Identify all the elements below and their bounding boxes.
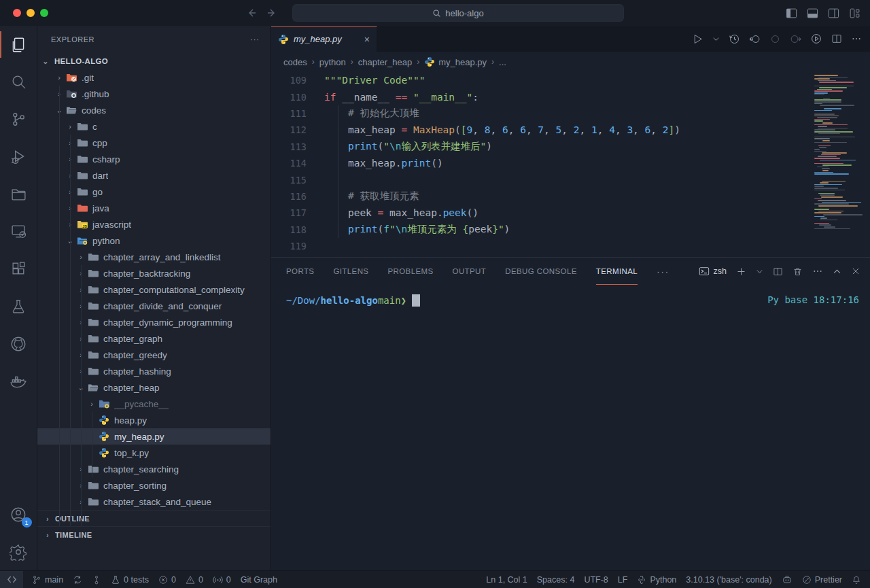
- tree-item--github[interactable]: ›.github: [37, 86, 271, 102]
- activity-source-control[interactable]: [0, 101, 37, 138]
- breadcrumb-item-chapter-heap[interactable]: chapter_heap: [358, 57, 413, 67]
- tree-item-chapter-searching[interactable]: ›chapter_searching: [37, 461, 271, 477]
- panel-tab-problems[interactable]: PROBLEMS: [387, 258, 433, 285]
- shell-selector[interactable]: zsh: [699, 266, 727, 277]
- close-icon[interactable]: ×: [364, 34, 370, 45]
- status-0[interactable]: 0: [181, 571, 208, 588]
- terminal[interactable]: ~/Dow/hello-algo main ❯ Py base 18:17:16: [271, 285, 870, 570]
- tree-item--pycache-[interactable]: ›__pycache__: [37, 396, 271, 412]
- tree-item-chapter-backtracking[interactable]: ›chapter_backtracking: [37, 265, 271, 281]
- command-center-search[interactable]: hello-algo: [292, 4, 624, 22]
- breadcrumb-item-my-heap-py[interactable]: my_heap.py: [424, 56, 487, 67]
- section-outline[interactable]: ›OUTLINE: [37, 510, 271, 526]
- tree-item-chapter-computational-complexity[interactable]: ›chapter_computational_complexity: [37, 281, 271, 298]
- activity-testing[interactable]: [0, 288, 37, 325]
- activity-extensions[interactable]: [0, 250, 37, 288]
- panel-tab-ports[interactable]: PORTS: [286, 258, 314, 285]
- ellipsis-icon[interactable]: [851, 33, 862, 44]
- chevron-up-icon[interactable]: [833, 267, 841, 276]
- trash-icon[interactable]: [793, 266, 803, 277]
- breadcrumb-item-codes[interactable]: codes: [283, 57, 307, 67]
- status-0[interactable]: 0: [208, 571, 236, 588]
- activity-explorer[interactable]: [0, 26, 37, 63]
- nav-back-icon[interactable]: [749, 33, 761, 45]
- tree-item-csharp[interactable]: ›csharp: [37, 151, 271, 167]
- tree-item-chapter-stack-and-queue[interactable]: ›chapter_stack_and_queue: [37, 494, 271, 510]
- status-gitlens-icon[interactable]: [87, 571, 106, 588]
- plus-icon[interactable]: [736, 266, 746, 277]
- ellipsis-icon[interactable]: [812, 266, 823, 277]
- split-editor-icon[interactable]: [831, 33, 842, 44]
- tree-item-c[interactable]: ›c: [37, 118, 271, 135]
- status-python[interactable]: Python: [632, 571, 681, 588]
- code-editor[interactable]: 109"""Driver Code"""110if __name__ == "_…: [271, 72, 870, 257]
- status-utf-8[interactable]: UTF-8: [579, 571, 612, 588]
- status-3-10-13-base-conda-[interactable]: 3.10.13 ('base': conda): [681, 571, 776, 588]
- section-timeline[interactable]: ›TIMELINE: [37, 526, 271, 542]
- panel-tab-debug-console[interactable]: DEBUG CONSOLE: [505, 258, 577, 285]
- nav-circle-icon[interactable]: [769, 33, 781, 45]
- tree-item-chapter-divide-and-conquer[interactable]: ›chapter_divide_and_conquer: [37, 298, 271, 314]
- chevron-down-icon[interactable]: [712, 35, 720, 43]
- status-spaces-4[interactable]: Spaces: 4: [532, 571, 580, 588]
- zoom-window-button[interactable]: [40, 9, 48, 17]
- tree-item-chapter-hashing[interactable]: ›chapter_hashing: [37, 363, 271, 379]
- tree-item-javascript[interactable]: ›JSjavascript: [37, 216, 271, 232]
- activity-accounts[interactable]: 1: [0, 496, 37, 533]
- layout-sidebar-icon[interactable]: [786, 7, 797, 19]
- tree-item-top-k-py[interactable]: top_k.py: [37, 445, 271, 461]
- close-window-button[interactable]: [13, 9, 21, 17]
- tree-item-chapter-heap[interactable]: ⌄chapter_heap: [37, 379, 271, 396]
- chevron-down-icon[interactable]: [756, 268, 763, 275]
- status-main[interactable]: main: [27, 571, 68, 588]
- activity-file-explorer-ext[interactable]: [0, 175, 37, 213]
- history-icon[interactable]: [729, 33, 740, 45]
- run-circle-icon[interactable]: [810, 33, 822, 45]
- breadcrumb-item--[interactable]: ...: [499, 57, 506, 67]
- panel-tab-output[interactable]: OUTPUT: [453, 258, 487, 285]
- tree-item-chapter-array-and-linkedlist[interactable]: ›chapter_array_and_linkedlist: [37, 249, 271, 265]
- status-lf[interactable]: LF: [613, 571, 633, 588]
- status-0-tests[interactable]: 0 tests: [106, 571, 154, 588]
- split-panel-icon[interactable]: [773, 266, 783, 277]
- tree-item-chapter-graph[interactable]: ›chapter_graph: [37, 330, 271, 347]
- tree-item-codes[interactable]: ⌄codes: [37, 102, 271, 118]
- tree-item--git[interactable]: ›.git: [37, 69, 271, 86]
- activity-docker[interactable]: [0, 362, 37, 400]
- status-0[interactable]: 0: [154, 571, 181, 588]
- status-prettier[interactable]: Prettier: [797, 571, 847, 588]
- tree-item-java[interactable]: ›java: [37, 200, 271, 216]
- activity-search[interactable]: [0, 63, 37, 101]
- activity-remote-explorer[interactable]: [0, 213, 37, 250]
- panel-tab-terminal[interactable]: TERMINAL: [596, 258, 638, 285]
- panel-tabs-more-icon[interactable]: ···: [657, 266, 669, 277]
- close-icon[interactable]: [851, 266, 860, 276]
- tree-item-go[interactable]: ›go: [37, 184, 271, 200]
- tree-item-chapter-dynamic-programming[interactable]: ›chapter_dynamic_programming: [37, 314, 271, 330]
- layout-customize-icon[interactable]: [849, 7, 860, 19]
- status-copilot-icon[interactable]: [777, 571, 797, 588]
- activity-github[interactable]: [0, 325, 37, 362]
- ellipsis-icon[interactable]: ···: [250, 35, 260, 44]
- layout-panel-icon[interactable]: [807, 7, 818, 19]
- nav-forward-icon[interactable]: [790, 33, 801, 45]
- run-icon[interactable]: [692, 33, 703, 45]
- status-git-graph[interactable]: Git Graph: [236, 571, 282, 588]
- tree-item-chapter-greedy[interactable]: ›chapter_greedy: [37, 347, 271, 363]
- nav-forward-icon[interactable]: [266, 7, 277, 18]
- tree-item-cpp[interactable]: ›cpp: [37, 135, 271, 151]
- panel-tab-gitlens[interactable]: GITLENS: [333, 258, 368, 285]
- tree-item-python[interactable]: ⌄python: [37, 232, 271, 249]
- tree-item-dart[interactable]: ›dart: [37, 167, 271, 184]
- minimap[interactable]: [814, 75, 860, 230]
- tab-my-heap[interactable]: my_heap.py ×: [271, 26, 377, 52]
- breadcrumb-item-python[interactable]: python: [319, 57, 346, 67]
- minimize-window-button[interactable]: [27, 9, 35, 17]
- status-bell-icon[interactable]: [847, 571, 866, 588]
- tree-item-heap-py[interactable]: heap.py: [37, 412, 271, 428]
- nav-back-icon[interactable]: [246, 7, 257, 18]
- tree-item-my-heap-py[interactable]: my_heap.py: [37, 428, 271, 445]
- layout-secondary-sidebar-icon[interactable]: [828, 7, 839, 19]
- status-sync-icon[interactable]: [68, 571, 87, 588]
- activity-run-debug[interactable]: [0, 138, 37, 175]
